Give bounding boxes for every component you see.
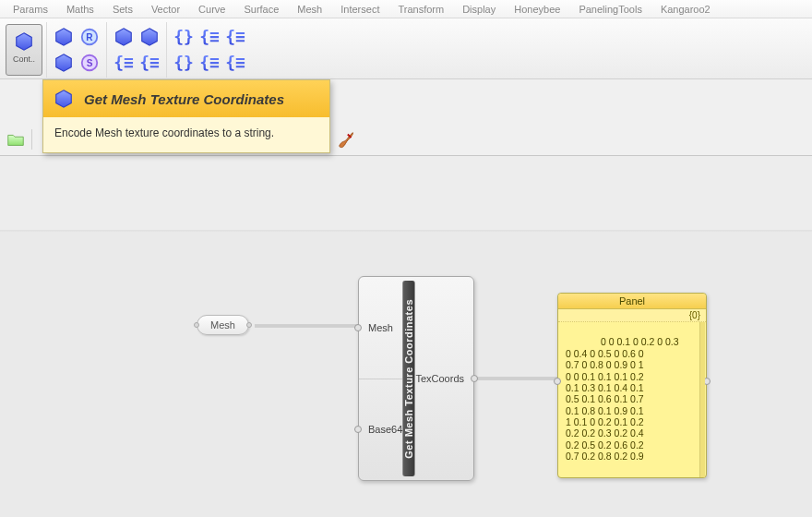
panel-content: 0 0 0.1 0 0.2 0 0.3 0 0.4 0 0.5 0 0.6 0 … xyxy=(558,322,706,477)
component-outputs: TexCoords xyxy=(415,277,473,480)
svg-marker-1 xyxy=(56,29,72,45)
tab-curve[interactable]: Curve xyxy=(189,4,234,15)
svg-marker-4 xyxy=(56,54,72,71)
component-titlebar: Get Mesh Texture Coordinates xyxy=(402,281,415,476)
circle-s-icon[interactable]: S xyxy=(78,52,101,74)
svg-marker-9 xyxy=(56,90,72,107)
brace-list-icon[interactable]: {≡ xyxy=(198,52,221,74)
tab-panelingtools[interactable]: PanelingTools xyxy=(569,4,651,15)
tab-display[interactable]: Display xyxy=(453,4,505,15)
panel-component[interactable]: Panel {0} 0 0 0.1 0 0.2 0 0.3 0 0.4 0 0.… xyxy=(557,293,707,478)
circle-r-icon[interactable]: R xyxy=(78,26,101,48)
component-tooltip: Get Mesh Texture Coordinates Encode Mesh… xyxy=(42,79,330,153)
component-inputs: Mesh Base64 xyxy=(359,277,402,480)
input-grip[interactable] xyxy=(194,322,199,328)
svg-text:R: R xyxy=(86,32,93,42)
svg-marker-0 xyxy=(17,33,32,50)
tab-mesh[interactable]: Mesh xyxy=(288,4,331,15)
brace-list-icon[interactable]: {≡ xyxy=(224,52,246,74)
tooltip-title: Get Mesh Texture Coordinates xyxy=(84,91,284,107)
panel-title: Panel xyxy=(558,294,706,309)
tab-kangaroo2[interactable]: Kangaroo2 xyxy=(651,4,720,15)
brace-list-icon[interactable]: {≡ xyxy=(198,26,221,48)
ribbon-group-2: R S xyxy=(47,22,107,78)
tab-transform[interactable]: Transform xyxy=(388,4,453,15)
tooltip-description: Encode Mesh texture coordinates to a str… xyxy=(43,117,329,152)
category-tabstrip: Params Maths Sets Vector Curve Surface M… xyxy=(0,0,812,18)
tab-surface[interactable]: Surface xyxy=(234,4,288,15)
wire xyxy=(474,374,561,383)
tab-maths[interactable]: Maths xyxy=(57,4,103,15)
hexagon-icon[interactable] xyxy=(113,26,135,48)
hexagon-icon[interactable] xyxy=(53,52,75,74)
hexagon-icon[interactable] xyxy=(53,26,75,48)
tab-intersect[interactable]: Intersect xyxy=(331,4,388,15)
toolbar-separator xyxy=(31,129,32,150)
ribbon-selected-component[interactable]: Cont.. xyxy=(6,24,42,76)
ribbon-group-1: Cont.. xyxy=(2,22,47,78)
output-grip[interactable] xyxy=(471,375,478,382)
output-texcoords[interactable]: TexCoords xyxy=(415,277,473,480)
hexagon-icon xyxy=(53,88,75,110)
output-grip[interactable] xyxy=(246,322,252,328)
component-title: Get Mesh Texture Coordinates xyxy=(403,299,414,459)
open-folder-icon[interactable] xyxy=(6,129,26,150)
component-ribbon: Cont.. R S {≡ {≡ {} {≡ {≡ {} {≡ {≡ xyxy=(0,18,812,79)
tooltip-header: Get Mesh Texture Coordinates xyxy=(43,80,329,117)
ribbon-group-3: {≡ {≡ xyxy=(107,22,167,78)
brace-list-icon[interactable]: {≡ xyxy=(138,52,161,74)
braces-icon[interactable]: {} xyxy=(173,52,195,74)
svg-marker-7 xyxy=(116,29,132,45)
tab-honeybee[interactable]: Honeybee xyxy=(505,4,569,15)
tab-params[interactable]: Params xyxy=(4,4,57,15)
input-grip[interactable] xyxy=(354,324,362,331)
brace-list-icon[interactable]: {≡ xyxy=(224,26,246,48)
svg-text:S: S xyxy=(87,58,93,68)
ribbon-selected-label: Cont.. xyxy=(13,54,35,64)
get-mesh-texcoords-component[interactable]: Mesh Base64 Get Mesh Texture Coordinates… xyxy=(358,276,474,481)
input-mesh[interactable]: Mesh xyxy=(359,277,402,379)
tab-sets[interactable]: Sets xyxy=(103,4,142,15)
brush-icon[interactable] xyxy=(336,129,356,150)
panel-scrollbar[interactable] xyxy=(699,322,705,477)
mesh-param[interactable]: Mesh xyxy=(197,315,249,335)
tab-vector[interactable]: Vector xyxy=(142,4,189,15)
brace-list-icon[interactable]: {≡ xyxy=(113,52,135,74)
wire xyxy=(255,321,362,331)
ribbon-group-4: {} {≡ {≡ {} {≡ {≡ xyxy=(167,22,252,78)
panel-branch-label: {0} xyxy=(558,309,706,322)
braces-icon[interactable]: {} xyxy=(173,26,195,48)
input-grip[interactable] xyxy=(354,426,362,433)
hexagon-icon xyxy=(13,30,35,53)
hexagon-icon[interactable] xyxy=(138,26,161,48)
input-base64[interactable]: Base64 xyxy=(359,379,402,481)
mesh-param-label: Mesh xyxy=(210,319,235,331)
grasshopper-canvas[interactable]: Mesh Mesh Base64 Get Mesh Texture Coordi… xyxy=(0,155,812,517)
svg-marker-8 xyxy=(142,29,158,45)
